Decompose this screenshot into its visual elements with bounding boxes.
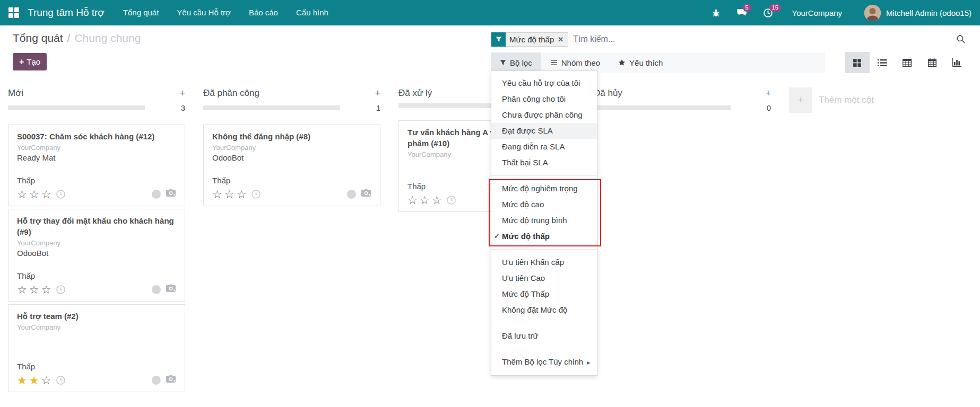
nav-item-yeu-cau-ho-tro[interactable]: Yêu cầu Hỗ trợ	[168, 0, 240, 25]
star-icon[interactable]	[420, 194, 430, 206]
filter-item-them-bo-loc-tuy-chinh[interactable]: Thêm Bộ lọc Tùy chỉnh	[491, 354, 597, 370]
filter-item-muc-do-thap-2[interactable]: Mức độ Thấp	[491, 286, 597, 302]
search-placeholder: Tìm kiếm...	[573, 34, 615, 44]
clock-icon[interactable]	[56, 189, 66, 199]
star-icon[interactable]	[41, 375, 51, 386]
apps-menu-icon[interactable]	[8, 7, 19, 18]
groupby-button[interactable]: Nhóm theo	[541, 52, 609, 73]
column-progressbar[interactable]	[8, 105, 145, 110]
search-options-bar: Bộ lọc Nhóm theo Yêu thích	[491, 52, 825, 73]
user-menu[interactable]: Mitchell Admin (odoo15)	[886, 8, 972, 17]
plus-icon: +	[19, 57, 24, 67]
column-title[interactable]: Đã phân công	[203, 88, 369, 99]
add-card-icon[interactable]	[369, 88, 380, 99]
priority-stars	[17, 189, 51, 200]
graph-view-button[interactable]	[944, 52, 969, 73]
facet-remove-icon[interactable]	[558, 36, 568, 43]
favorites-button[interactable]: Yêu thích	[609, 52, 672, 73]
status-dot-icon[interactable]	[152, 285, 161, 294]
camera-icon[interactable]	[361, 189, 371, 200]
menu-separator	[491, 349, 597, 349]
column-count: 0	[759, 103, 771, 112]
kanban-card[interactable]: S00037: Chăm sóc khách hàng (#12) YourCo…	[8, 125, 185, 206]
star-icon[interactable]	[224, 189, 235, 200]
camera-icon[interactable]	[166, 189, 176, 200]
search-icon[interactable]	[956, 34, 966, 46]
add-column-label[interactable]: Thêm một cột	[819, 95, 874, 105]
star-icon[interactable]	[29, 375, 39, 386]
star-icon[interactable]	[237, 189, 247, 200]
pivot-view-button[interactable]	[895, 52, 920, 73]
filters-button[interactable]: Bộ lọc	[491, 52, 541, 73]
kanban-card[interactable]: Hỗ trợ thay đổi mật khẩu cho khách hàng …	[8, 209, 185, 302]
status-dot-icon[interactable]	[347, 190, 356, 199]
priority-stars	[212, 189, 246, 200]
app-title[interactable]: Trung tâm Hỗ trợ	[28, 7, 105, 19]
submenu-arrow-icon	[587, 359, 590, 366]
clock-icon[interactable]	[251, 189, 261, 199]
debug-bug-icon[interactable]	[712, 8, 721, 17]
top-navbar: Trung tâm Hỗ trợ Tổng quát Yêu cầu Hỗ tr…	[0, 0, 980, 25]
filter-item-chua-duoc-phan-cong[interactable]: Chưa được phân công	[491, 107, 597, 123]
create-button[interactable]: + Tạo	[13, 53, 47, 70]
status-dot-icon[interactable]	[152, 376, 161, 385]
column-progressbar[interactable]	[594, 105, 731, 110]
filter-item-muc-do-trung-binh[interactable]: Mức độ trung bình	[491, 213, 597, 228]
breadcrumb-parent[interactable]: Tổng quát	[13, 32, 63, 44]
filter-item-dat-duoc-sla[interactable]: Đạt được SLA	[491, 123, 597, 139]
star-icon[interactable]	[41, 284, 51, 295]
star-icon[interactable]	[41, 189, 51, 200]
star-icon[interactable]	[432, 194, 442, 206]
messages-icon[interactable]: 5	[736, 8, 747, 17]
star-icon[interactable]	[17, 284, 27, 295]
camera-icon[interactable]	[166, 375, 176, 386]
view-switcher	[845, 52, 969, 73]
activities-clock-icon[interactable]: 15	[763, 8, 773, 18]
user-avatar[interactable]	[864, 5, 881, 21]
kanban-card[interactable]: Không thể đăng nhập (#8) YourCompany Odo…	[203, 125, 380, 206]
filter-item-muc-do-thap[interactable]: Mức độ thấp	[491, 228, 597, 244]
star-icon[interactable]	[17, 375, 27, 386]
filter-item-dang-dien-ra-sla[interactable]: Đang diễn ra SLA	[491, 139, 597, 155]
card-title: Hỗ trợ team (#2)	[17, 311, 176, 322]
star-icon[interactable]	[29, 189, 39, 200]
calendar-view-button[interactable]	[920, 52, 944, 73]
card-title: S00037: Chăm sóc khách hàng (#12)	[17, 131, 176, 142]
status-dot-icon[interactable]	[152, 190, 161, 199]
favorites-button-label: Yêu thích	[629, 58, 663, 67]
filter-item-yeu-cau-cua-toi[interactable]: Yêu cầu hỗ trợ của tôi	[491, 75, 597, 91]
add-card-icon[interactable]	[759, 88, 771, 99]
clock-icon[interactable]	[56, 375, 66, 385]
nav-item-tong-quat[interactable]: Tổng quát	[114, 0, 168, 25]
add-card-icon[interactable]	[174, 88, 185, 99]
star-icon[interactable]	[212, 189, 222, 200]
nav-item-cau-hinh[interactable]: Cấu hình	[287, 0, 337, 25]
clock-icon[interactable]	[446, 195, 456, 205]
nav-item-bao-cao[interactable]: Báo cáo	[240, 0, 287, 25]
kanban-view-button[interactable]	[845, 52, 870, 73]
column-title[interactable]: Mới	[8, 88, 174, 99]
list-view-button[interactable]	[870, 52, 895, 73]
column-progressbar[interactable]	[203, 105, 340, 110]
filter-item-uu-tien-cao[interactable]: Ưu tiên Cao	[491, 270, 597, 286]
card-partner: OdooBot	[212, 153, 371, 162]
filter-item-that-bai-sla[interactable]: Thất bại SLA	[491, 155, 597, 171]
filter-item-muc-do-nghiem-trong[interactable]: Mức độ nghiêm trọng	[491, 181, 597, 197]
filter-item-da-luu-tru[interactable]: Đã lưu trữ	[491, 328, 597, 344]
filter-item-phan-cong-cho-toi[interactable]: Phân công cho tôi	[491, 91, 597, 107]
star-icon[interactable]	[17, 189, 27, 200]
filter-item-muc-do-cao[interactable]: Mức độ cao	[491, 197, 597, 213]
kanban-card[interactable]: Hỗ trợ team (#2) YourCompany Thấp	[8, 304, 185, 392]
star-icon[interactable]	[407, 194, 418, 206]
column-title[interactable]: Đã hủy	[594, 88, 759, 99]
camera-icon[interactable]	[166, 284, 176, 295]
activities-badge: 15	[769, 4, 781, 12]
company-switcher[interactable]: YourCompany	[792, 8, 843, 17]
search-input[interactable]: Mức độ thấp Tìm kiếm...	[491, 30, 971, 49]
clock-icon[interactable]	[56, 285, 66, 295]
add-column-icon[interactable]	[789, 87, 812, 113]
star-icon[interactable]	[29, 284, 39, 295]
add-column: Thêm một cột	[789, 87, 874, 113]
filter-item-khong-dat-muc-do[interactable]: Không đặt Mức độ	[491, 302, 597, 318]
filter-item-uu-tien-khan-cap[interactable]: Ưu tiên Khẩn cấp	[491, 254, 597, 270]
